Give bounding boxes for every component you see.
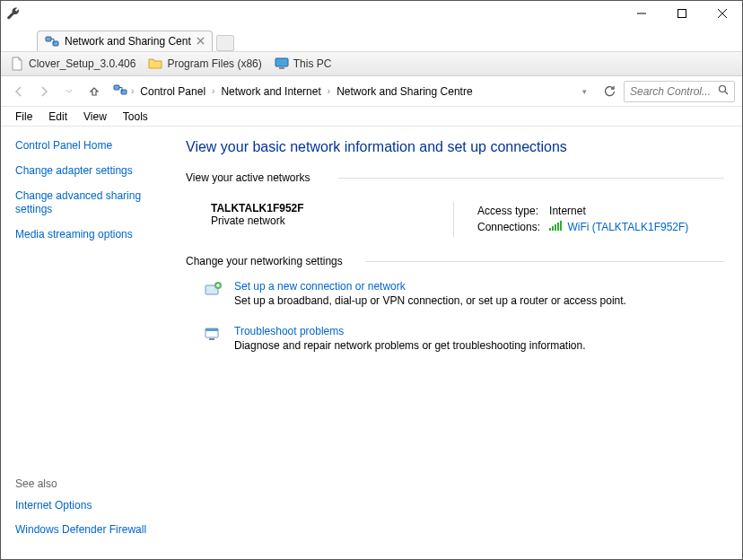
wifi-signal-icon [549,221,562,234]
access-type-label: Access type: [477,204,547,218]
chevron-right-icon[interactable]: › [328,86,330,96]
bookmark-label: Clover_Setup_3.0.406 [29,57,135,70]
svg-rect-17 [209,338,214,340]
connections-label: Connections: [477,220,547,235]
bookmark-program-files[interactable]: Program Files (x86) [148,57,261,71]
search-input[interactable] [630,85,714,98]
menu-bar: File Edit View Tools [1,107,742,127]
active-networks-label: View your active networks [186,171,724,184]
chevron-right-icon[interactable]: › [212,86,214,96]
tab-bar: Network and Sharing Cent [1,28,742,51]
close-button[interactable] [702,1,742,26]
wifi-connection-link[interactable]: WiFi (TALKTALK1F952F) [567,221,688,233]
crumb-network-internet[interactable]: Network and Internet [218,83,323,100]
change-settings-label: Change your networking settings [186,255,724,267]
navigation-bar: › Control Panel › Network and Internet ›… [1,76,742,107]
tab-network-sharing[interactable]: Network and Sharing Cent [37,31,213,51]
svg-rect-8 [549,228,551,231]
see-also-label: See also [15,477,166,490]
tab-title: Network and Sharing Cent [65,35,191,48]
bookmark-this-pc[interactable]: This PC [275,57,332,71]
bookmark-label: Program Files (x86) [167,57,261,70]
menu-edit[interactable]: Edit [41,109,74,125]
svg-rect-12 [560,221,562,231]
access-type-value: Internet [549,204,695,218]
svg-rect-11 [557,223,559,231]
network-sharing-icon [113,83,127,100]
menu-view[interactable]: View [76,109,114,125]
troubleshoot-link[interactable]: Troubleshoot problems [234,325,586,337]
change-advanced-sharing-link[interactable]: Change advanced sharing settings [15,189,166,217]
bookmark-bar: Clover_Setup_3.0.406 Program Files (x86)… [1,51,742,76]
svg-rect-4 [279,67,284,69]
setup-connection-item: Set up a new connection or network Set u… [204,280,724,307]
windows-defender-firewall-link[interactable]: Windows Defender Firewall [15,523,166,538]
tab-close-icon[interactable] [197,35,205,48]
new-tab-button[interactable] [216,35,234,51]
chevron-right-icon[interactable]: › [131,86,134,96]
svg-rect-10 [555,224,556,231]
svg-rect-3 [275,58,288,66]
troubleshoot-item: Troubleshoot problems Diagnose and repai… [204,325,724,352]
network-type: Private network [211,214,453,227]
crumb-control-panel[interactable]: Control Panel [137,83,208,100]
page-heading: View your basic network information and … [186,139,724,155]
menu-file[interactable]: File [8,109,39,125]
internet-options-link[interactable]: Internet Options [15,499,166,513]
svg-rect-0 [677,10,686,18]
svg-rect-16 [205,328,218,331]
media-streaming-link[interactable]: Media streaming options [15,228,166,242]
svg-point-7 [720,86,726,92]
troubleshoot-desc: Diagnose and repair network problems or … [234,339,586,352]
troubleshoot-icon [204,325,223,345]
search-icon[interactable] [718,84,729,98]
titlebar [1,1,742,28]
maximize-button[interactable] [661,1,702,26]
network-sharing-icon [45,34,59,48]
address-dropdown[interactable]: ▾ [579,87,590,96]
control-panel-home-link[interactable]: Control Panel Home [15,139,166,152]
back-button[interactable] [8,81,30,102]
svg-rect-1 [46,37,51,41]
file-icon [10,57,24,71]
menu-tools[interactable]: Tools [116,109,155,125]
recent-dropdown[interactable] [58,81,80,102]
crumb-network-sharing[interactable]: Network and Sharing Centre [334,83,475,100]
active-network-panel: TALKTALK1F952F Private network Access ty… [186,193,724,255]
address-breadcrumb[interactable]: › Control Panel › Network and Internet ›… [109,81,595,102]
search-box[interactable] [624,81,735,102]
setup-connection-icon [204,280,223,300]
wrench-icon [6,6,21,23]
network-name: TALKTALK1F952F [211,202,453,214]
svg-rect-5 [114,85,119,90]
setup-connection-desc: Set up a broadband, dial-up or VPN conne… [234,294,626,307]
bookmark-clover-setup[interactable]: Clover_Setup_3.0.406 [10,57,135,71]
refresh-button[interactable] [599,81,620,102]
sidebar: Control Panel Home Change adapter settin… [1,127,180,560]
bookmark-label: This PC [293,57,332,70]
up-button[interactable] [83,81,105,102]
forward-button[interactable] [33,81,55,102]
folder-icon [148,57,162,71]
minimize-button[interactable] [621,1,661,26]
setup-connection-link[interactable]: Set up a new connection or network [234,280,626,293]
change-adapter-link[interactable]: Change adapter settings [15,164,166,179]
main-content: View your basic network information and … [180,127,742,560]
monitor-icon [275,57,289,71]
svg-rect-9 [552,226,554,231]
